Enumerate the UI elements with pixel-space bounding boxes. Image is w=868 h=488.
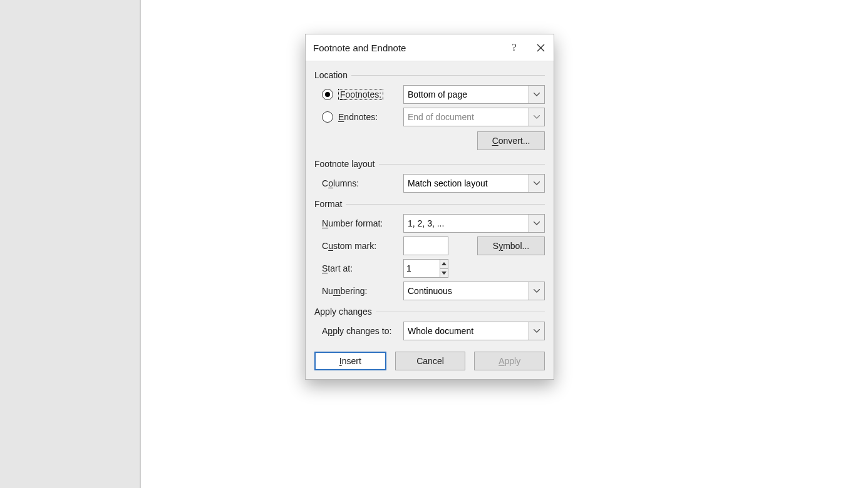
row-columns: Columns: Match section layout (314, 174, 545, 193)
numbering-label: Numbering: (322, 286, 367, 296)
footnotes-radio[interactable] (322, 89, 333, 100)
row-endnotes: Endnotes: End of document (314, 108, 545, 126)
apply-changes-value: Whole document (404, 326, 529, 336)
footnotes-position-select[interactable]: Bottom of page (403, 85, 545, 104)
numbering-value: Continuous (404, 286, 529, 296)
row-custom-mark: Custom mark: Symbol... (314, 236, 545, 255)
columns-value: Match section layout (404, 178, 529, 188)
start-at-label: Start at: (322, 263, 353, 273)
chevron-down-icon (529, 322, 544, 340)
row-start-at: Start at: (314, 259, 545, 278)
chevron-down-icon (529, 86, 544, 103)
apply-changes-to-label: Apply changes to: (322, 326, 391, 336)
group-label-location-text: Location (314, 70, 348, 80)
row-footnotes: Footnotes: Bottom of page (314, 85, 545, 104)
start-at-spinner[interactable] (403, 259, 448, 278)
close-button[interactable] (527, 34, 554, 61)
custom-mark-input[interactable] (403, 236, 448, 255)
apply-button[interactable]: Apply (474, 352, 545, 370)
convert-button[interactable]: Convert... (477, 131, 545, 150)
chevron-down-icon (529, 282, 544, 300)
row-apply-changes-to: Apply changes to: Whole document (314, 322, 545, 340)
dialog-button-row: Insert Cancel Apply (314, 352, 545, 370)
endnotes-radio[interactable] (322, 111, 333, 123)
chevron-down-icon (529, 108, 544, 126)
endnotes-label: Endnotes: (338, 112, 378, 122)
group-label-footnote-layout: Footnote layout (314, 159, 545, 169)
chevron-down-icon (529, 215, 544, 232)
footnotes-position-value: Bottom of page (404, 89, 529, 99)
spinner-down-button[interactable] (440, 268, 448, 278)
focus-ring: Footnotes: (338, 89, 383, 100)
group-label-apply-changes-text: Apply changes (314, 307, 372, 317)
endnotes-position-select[interactable]: End of document (403, 108, 545, 126)
row-numbering: Numbering: Continuous (314, 282, 545, 300)
numbering-select[interactable]: Continuous (403, 282, 545, 300)
row-number-format: Number format: 1, 2, 3, ... (314, 214, 545, 233)
group-label-footnote-layout-text: Footnote layout (314, 159, 375, 169)
close-icon (537, 44, 545, 52)
group-label-format: Format (314, 199, 545, 209)
insert-button[interactable]: Insert (314, 352, 386, 370)
apply-changes-select[interactable]: Whole document (403, 322, 545, 340)
row-convert: Convert... (314, 131, 545, 150)
dialog-titlebar: Footnote and Endnote ? (306, 34, 554, 61)
group-label-format-text: Format (314, 199, 342, 209)
radio-dot-icon (325, 92, 330, 97)
footnote-endnote-dialog: Footnote and Endnote ? Location Footnote… (305, 34, 554, 380)
number-format-value: 1, 2, 3, ... (404, 218, 529, 228)
number-format-select[interactable]: 1, 2, 3, ... (403, 214, 545, 233)
triangle-up-icon (442, 262, 447, 265)
columns-label: Columns: (322, 178, 359, 188)
spinner-up-button[interactable] (440, 260, 448, 268)
endnotes-position-value: End of document (404, 112, 529, 122)
columns-select[interactable]: Match section layout (403, 174, 545, 193)
chevron-down-icon (529, 175, 544, 192)
dialog-title: Footnote and Endnote (313, 43, 406, 53)
triangle-down-icon (442, 272, 447, 275)
footnotes-label: Footnotes: (340, 89, 381, 99)
start-at-input[interactable] (404, 260, 440, 277)
group-label-location: Location (314, 70, 545, 80)
symbol-button[interactable]: Symbol... (477, 236, 545, 255)
help-button[interactable]: ? (501, 34, 527, 61)
group-label-apply-changes: Apply changes (314, 307, 545, 317)
number-format-label: Number format: (322, 218, 383, 228)
cancel-button[interactable]: Cancel (395, 352, 466, 370)
document-margin-panel (0, 0, 141, 488)
custom-mark-label: Custom mark: (322, 241, 376, 251)
